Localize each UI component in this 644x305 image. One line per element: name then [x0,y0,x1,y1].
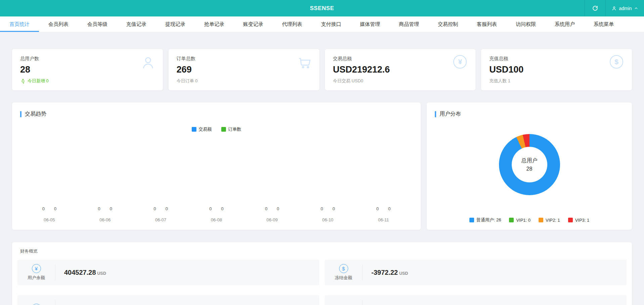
finance-icon-block: $冻结金额 [325,264,362,281]
legend-item[interactable]: VIP2: 1 [539,217,560,223]
axis-group: 0006-11 [356,206,411,222]
axis-tick-label: 06-08 [189,217,244,222]
finance-row: ¥用户余额404527.28USD [17,260,319,285]
nav-tab[interactable]: 支付接口 [312,16,351,32]
refresh-button[interactable] [585,0,606,16]
bar-value-label: 0 [332,206,335,211]
axis-group: 0006-10 [300,206,356,222]
nav-tab[interactable]: 会员列表 [39,16,78,32]
dollar-badge-icon: $ [610,55,625,70]
divider [55,265,55,280]
nav-tab[interactable]: 充值记录 [117,16,156,32]
axis-tick-label: 06-09 [244,217,300,222]
distribution-title: 用户分布 [440,111,461,118]
stat-label: 交易总额 [333,56,468,62]
nav-tab[interactable]: 系统用户 [545,16,584,32]
axis-group: 0006-09 [244,206,300,222]
axis-tick-label: 06-11 [356,217,411,222]
finance-row: 200USD [325,295,627,305]
finance-row: +100USD [17,295,319,305]
person-icon [611,6,617,11]
trend-chart-title: 交易趋势 [25,111,46,118]
nav-tab[interactable]: 首页统计 [0,16,39,32]
finance-icon-block [325,304,362,305]
finance-row-label: 用户余额 [28,275,45,281]
stat-subtext: 今日新增 0 [20,78,155,84]
finance-icon-block: + [17,304,55,305]
bar-value-label: 0 [166,206,168,211]
finance-currency: USD [399,271,408,276]
distribution-legend: 普通用户: 26VIP1: 0VIP2: 1VIP3: 1 [427,217,632,223]
bar-value-label: 0 [265,206,267,211]
nav-tab[interactable]: 系统菜单 [584,16,623,32]
divider [55,300,55,305]
legend-item[interactable]: 交易额 [192,126,212,132]
stat-value: 269 [177,64,311,75]
trend-chart-panel: 交易趋势 交易额订单数 0006-050006-060006-070006-08… [12,102,421,230]
finance-value-wrap: 404527.28USD [64,269,106,276]
main-nav: 首页统计会员列表会员等级充值记录提现记录抢单记录账变记录代理列表支付接口媒体管理… [0,16,644,32]
stat-card: 总用户数28今日新增 0 [12,49,163,90]
legend-swatch [469,218,474,222]
stat-card: 充值总额USD100充值人数 1$ [481,49,632,90]
nav-tab[interactable]: 交易控制 [428,16,467,32]
divider [362,265,363,280]
stat-card: 交易总额USD219212.6今日交易 USD0¥ [325,49,476,90]
axis-tick-label: 06-10 [300,217,356,222]
legend-swatch [539,218,543,222]
stat-label: 总用户数 [20,56,155,62]
axis-tick-label: 06-05 [21,217,77,222]
axis-group: 0006-07 [133,206,189,222]
finance-value-wrap: -3972.22USD [371,269,408,276]
nav-tab[interactable]: 提现记录 [156,16,195,32]
nav-tab[interactable]: 账变记录 [234,16,273,32]
nav-tab[interactable]: 媒体管理 [351,16,389,32]
legend-item[interactable]: VIP3: 1 [568,217,590,223]
bar-value-label: 0 [209,206,212,211]
bar-value-label: 0 [54,206,56,211]
chevron-up-icon [634,6,638,10]
legend-item[interactable]: 普通用户: 26 [469,217,501,223]
donut-center: 总用户 28 [512,147,547,182]
nav-tab[interactable]: 抢单记录 [195,16,234,32]
stat-subtext: 今日交易 USD0 [333,78,468,84]
trend-chart-axis: 0006-050006-060006-070006-080006-090006-… [21,206,411,222]
legend-label: VIP2: 1 [546,218,560,223]
user-menu[interactable]: admin [606,0,644,16]
nav-tab[interactable]: 会员等级 [78,16,117,32]
cart-icon [297,55,312,70]
legend-swatch [221,127,226,132]
stat-label: 充值总额 [489,56,624,62]
nav-tab[interactable]: 商品管理 [389,16,428,32]
nav-tab[interactable]: 访问权限 [506,16,545,32]
bar-value-label: 0 [277,206,279,211]
legend-label: VIP1: 0 [516,218,531,223]
finance-overview-card: 财务概览 ¥用户余额404527.28USD$冻结金额-3972.22USD+1… [12,242,632,305]
charts-row: 交易趋势 交易额订单数 0006-050006-060006-070006-08… [12,102,632,230]
finance-grid: ¥用户余额404527.28USD$冻结金额-3972.22USD+100USD… [17,260,627,305]
finance-value: 404527.28 [64,269,96,276]
nav-tab[interactable]: 客服列表 [467,16,506,32]
axis-tick-label: 06-07 [133,217,189,222]
legend-label: 普通用户: 26 [476,217,501,223]
axis-tick-label: 06-06 [77,217,133,222]
dollar-circle-icon: $ [339,264,348,273]
bar-value-label: 0 [153,206,156,211]
donut-chart[interactable]: 总用户 28 [499,134,560,195]
user-name: admin [619,6,632,11]
legend-item[interactable]: 订单数 [221,126,241,132]
legend-swatch [568,218,573,222]
bar-value-label: 0 [376,206,379,211]
fire-icon [20,78,26,84]
trend-chart-legend: 交易额订单数 [12,126,421,132]
stat-subtext: 今日订单 0 [177,78,311,84]
app-title: SSENSE [0,5,644,12]
legend-item[interactable]: VIP1: 0 [509,217,531,223]
user-distribution-panel: 用户分布 总用户 28 普通用户: 26VIP1: 0VIP2: 1VIP3: … [427,102,632,230]
bar-value-label: 0 [388,206,390,211]
stat-value: USD219212.6 [333,64,468,75]
finance-row: $冻结金额-3972.22USD [325,260,627,285]
nav-tab[interactable]: 代理列表 [273,16,312,32]
donut-center-value: 28 [526,166,533,172]
divider [362,300,363,305]
